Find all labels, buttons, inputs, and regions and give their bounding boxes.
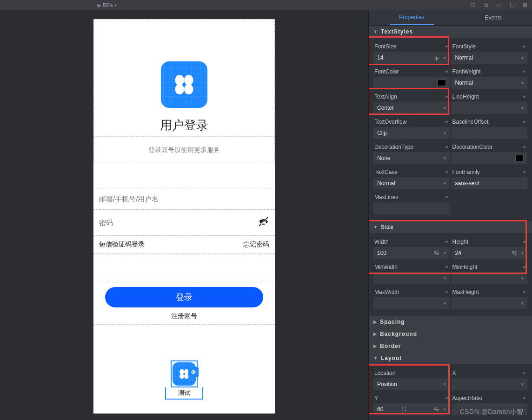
tool-icon-5[interactable]: ⊞ xyxy=(522,2,528,8)
link-icon[interactable]: ⚭ xyxy=(443,238,450,246)
link-icon[interactable]: ⚭ xyxy=(521,369,528,377)
input-fontsize[interactable]: 14fp▾ xyxy=(373,52,450,64)
label-maxlines: MaxLines xyxy=(374,194,398,200)
email-input[interactable] xyxy=(99,195,269,203)
label-y: Y xyxy=(374,395,378,401)
tool-icon-1[interactable]: �⃝ xyxy=(470,2,476,8)
sms-login-link[interactable]: 短信验证码登录 xyxy=(99,240,145,249)
section-border[interactable]: ▶Border xyxy=(369,340,532,352)
input-x[interactable]: ▾ xyxy=(452,378,528,390)
input-y[interactable]: ▲▼ %▾ xyxy=(373,403,450,415)
color-swatch[interactable] xyxy=(438,80,446,86)
forgot-password-link[interactable]: 忘记密码 xyxy=(243,240,269,249)
input-lineheight[interactable]: ▾ xyxy=(452,102,528,114)
login-button-label: 登录 xyxy=(176,292,193,303)
zoom-indicator[interactable]: ⊖ 50% ▾ xyxy=(97,2,117,8)
label-minwidth: MinWidth xyxy=(374,264,398,270)
label-maxwidth: MaxWidth xyxy=(374,289,399,295)
page-title: 用户登录 xyxy=(160,117,208,133)
label-baselineoffset: BaselineOffset xyxy=(452,119,489,125)
design-canvas[interactable]: 用户登录 登录账号以使用更多服务 短信验证码登录 忘记密码 xyxy=(0,10,368,420)
section-textstyles[interactable]: ▼TextStyles xyxy=(369,26,532,38)
email-field[interactable] xyxy=(93,188,275,210)
stepper-y[interactable]: ▲▼ xyxy=(402,406,408,413)
app-logo xyxy=(161,61,207,108)
tool-icon-2[interactable]: ⧉ xyxy=(483,2,489,8)
link-icon[interactable]: ⚭ xyxy=(443,394,450,402)
input-width[interactable]: 100%▾ xyxy=(373,247,450,259)
label-lineheight: LineHeight xyxy=(452,93,479,100)
label-minheight: MinHeight xyxy=(452,264,478,270)
page-subtitle: 登录账号以使用更多服务 xyxy=(94,143,274,157)
svg-point-3 xyxy=(184,84,193,94)
link-icon[interactable]: ⚭ xyxy=(443,143,450,151)
register-link[interactable]: 注册账号 xyxy=(93,312,275,320)
input-height[interactable]: 24%▾ xyxy=(452,247,528,259)
link-icon[interactable]: ⚭ xyxy=(443,43,450,50)
link-icon[interactable]: ⚭ xyxy=(521,394,528,402)
label-aspectratio: AspectRatio xyxy=(452,395,483,401)
selected-component[interactable]: ✥ 测试 xyxy=(165,360,203,400)
link-icon[interactable]: ⚭ xyxy=(521,168,528,176)
link-icon[interactable]: ⚭ xyxy=(521,238,528,246)
input-baselineoffset[interactable] xyxy=(452,127,528,139)
zoom-out-icon[interactable]: ⊖ xyxy=(97,2,101,8)
link-icon[interactable]: ⚭ xyxy=(521,143,528,151)
input-minwidth[interactable]: ▾ xyxy=(373,272,450,284)
link-icon[interactable]: ⚭ xyxy=(521,68,528,75)
input-maxheight[interactable]: ▾ xyxy=(452,297,528,309)
link-icon[interactable]: ⚭ xyxy=(443,193,450,201)
label-width: Width xyxy=(374,239,389,245)
input-textcase[interactable]: Normal▾ xyxy=(373,177,450,189)
section-layout[interactable]: ▼Layout xyxy=(369,352,532,364)
input-location[interactable]: Position▾ xyxy=(373,378,450,390)
link-icon[interactable]: ⚭ xyxy=(443,118,450,126)
input-textalign[interactable]: Center▾ xyxy=(373,102,450,114)
tab-events[interactable]: Events xyxy=(475,11,511,25)
section-background[interactable]: ▶Background xyxy=(369,328,532,340)
section-size[interactable]: ▼Size xyxy=(369,221,532,233)
tool-icon-4[interactable]: ☐ xyxy=(509,2,515,8)
move-handle-icon[interactable]: ✥ xyxy=(188,367,199,377)
input-minheight[interactable]: ▾ xyxy=(452,272,528,284)
link-icon[interactable]: ⚭ xyxy=(521,118,528,126)
input-maxlines[interactable] xyxy=(373,202,450,214)
label-x: X xyxy=(452,370,456,376)
input-fontcolor[interactable] xyxy=(373,77,450,89)
link-icon[interactable]: ⚭ xyxy=(443,168,450,176)
label-decorationcolor: DecorationColor xyxy=(452,144,493,150)
label-maxheight: MaxHeight xyxy=(452,289,479,295)
section-spacing[interactable]: ▶Spacing xyxy=(369,316,532,328)
input-fontweight[interactable]: Normal▾ xyxy=(452,77,528,89)
link-icon[interactable]: ⚭ xyxy=(443,68,450,75)
visibility-off-icon[interactable] xyxy=(258,216,269,229)
input-fontfamily[interactable]: sans-serif xyxy=(452,177,528,189)
label-textoverflow: TextOverflow xyxy=(374,119,406,125)
test-component-label: 测试 xyxy=(165,387,203,400)
input-maxwidth[interactable]: ▾ xyxy=(373,297,450,309)
link-icon[interactable]: ⚭ xyxy=(521,43,528,50)
link-icon[interactable]: ⚭ xyxy=(443,288,450,296)
link-icon[interactable]: ⚭ xyxy=(521,263,528,271)
color-swatch[interactable] xyxy=(515,155,524,161)
watermark: CSDN @Damon小智 xyxy=(460,408,524,416)
label-decorationtype: DecorationType xyxy=(374,144,413,150)
properties-panel: Properties Events ▼TextStyles FontSize⚭ … xyxy=(368,10,532,420)
input-fontstyle[interactable]: Normal▾ xyxy=(452,52,528,64)
input-textoverflow[interactable]: Clip▾ xyxy=(373,127,450,139)
tool-icon-3[interactable]: ▭ xyxy=(496,2,502,8)
label-location: Location xyxy=(374,370,395,376)
password-field[interactable] xyxy=(93,209,275,236)
device-frame: 用户登录 登录账号以使用更多服务 短信验证码登录 忘记密码 xyxy=(93,19,275,414)
link-icon[interactable]: ⚭ xyxy=(521,93,528,100)
input-decorationcolor[interactable] xyxy=(452,152,528,164)
password-input[interactable] xyxy=(99,219,258,227)
link-icon[interactable]: ⚭ xyxy=(443,93,450,100)
link-icon[interactable]: ⚭ xyxy=(443,263,450,271)
login-button[interactable]: 登录 xyxy=(105,287,263,307)
chevron-down-icon[interactable]: ▾ xyxy=(115,3,117,7)
input-decorationtype[interactable]: None▾ xyxy=(373,152,450,164)
link-icon[interactable]: ⚭ xyxy=(521,288,528,296)
tab-properties[interactable]: Properties xyxy=(390,10,434,25)
label-fontfamily: FontFamily xyxy=(452,169,480,175)
